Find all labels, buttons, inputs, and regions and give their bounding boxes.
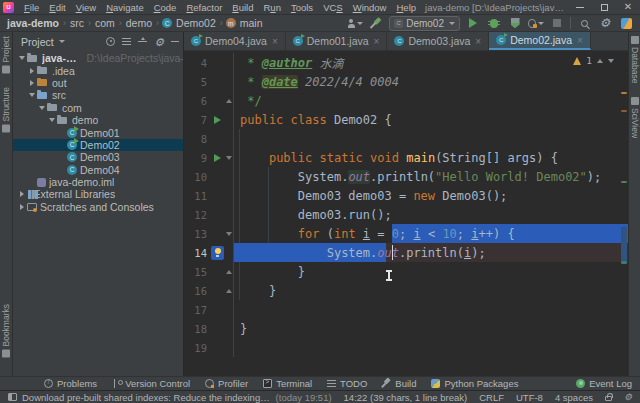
menu-item-edit[interactable]: Edit <box>44 2 70 13</box>
indent-size[interactable]: 4 spaces <box>555 392 593 403</box>
locate-file-icon[interactable] <box>106 37 115 46</box>
breadcrumb-item-demo[interactable]: demo <box>125 17 153 29</box>
run-line-icon[interactable] <box>211 110 224 129</box>
tree-item-scratches-and-consoles[interactable]: Scratches and Consoles <box>13 201 183 213</box>
line-ending[interactable]: CRLF <box>479 392 504 403</box>
tab-demo03-java[interactable]: CDemo03.java× <box>387 32 489 50</box>
toolwindow-python-packages[interactable]: Python Packages <box>431 378 518 389</box>
menu-item-tools[interactable]: Tools <box>286 2 318 13</box>
code-line[interactable]: 14 System.out.println(i); <box>184 243 628 262</box>
tool-stripe-button-bookmarks[interactable]: Bookmarks <box>1 304 11 358</box>
settings-icon[interactable]: ⚙ <box>597 16 613 30</box>
expand-all-icon[interactable] <box>122 37 131 46</box>
breadcrumb-item-com[interactable]: com <box>94 17 116 29</box>
panel-settings-icon[interactable]: ⚙ <box>154 36 164 48</box>
code-editor[interactable]: 4 * @author 水滴5 * @date 2022/4/4 00046 *… <box>184 51 628 376</box>
tool-stripe-button-structure[interactable]: Structure <box>1 87 11 133</box>
chevron-down-icon[interactable] <box>47 118 57 122</box>
tree-item-demo03[interactable]: CDemo03 <box>13 151 183 163</box>
menu-item-run[interactable]: Run <box>258 2 285 13</box>
code-line[interactable]: 10 System.out.println("Hello World! Demo… <box>184 167 628 186</box>
chevron-down-icon[interactable] <box>17 56 27 60</box>
toolwindow-build[interactable]: Build <box>382 378 416 389</box>
plugin-icon[interactable] <box>618 16 634 30</box>
chevron-right-icon[interactable] <box>17 204 27 210</box>
next-warning-icon[interactable] <box>608 59 614 63</box>
maximize-button[interactable] <box>592 0 616 14</box>
tree-item-external-libraries[interactable]: External Libraries <box>13 188 183 200</box>
breadcrumb-item-java-demo[interactable]: java-demo <box>6 17 60 29</box>
breadcrumb-item-demo02[interactable]: Demo02 <box>175 17 217 29</box>
chevron-down-icon[interactable] <box>37 106 47 110</box>
chevron-right-icon[interactable] <box>27 68 37 74</box>
tool-stripe-button-project[interactable]: Project <box>1 36 11 73</box>
tree-item-com[interactable]: com <box>13 102 183 114</box>
menu-item-refactor[interactable]: Refactor <box>181 2 227 13</box>
breadcrumb-item-main[interactable]: main <box>239 17 264 29</box>
file-encoding[interactable]: UTF-8 <box>516 392 543 403</box>
toolwindow-terminal[interactable]: Terminal <box>263 378 312 389</box>
project-view-selector[interactable]: Project <box>21 36 65 48</box>
code-line[interactable]: 18} <box>184 319 628 338</box>
tab-demo01-java[interactable]: CDemo01.java× <box>286 32 388 50</box>
tree-item-demo02[interactable]: CDemo02 <box>13 139 183 151</box>
menu-item-window[interactable]: Window <box>348 2 392 13</box>
prev-warning-icon[interactable] <box>597 59 603 63</box>
inspections-widget[interactable]: 1 <box>573 55 614 66</box>
settings-mini-icon[interactable]: ⚙ <box>624 393 632 402</box>
tab-demo02-java[interactable]: CDemo02.java× <box>489 32 591 50</box>
collapse-all-icon[interactable] <box>138 37 147 46</box>
fold-up-icon[interactable] <box>224 270 233 274</box>
menu-item-build[interactable]: Build <box>227 2 258 13</box>
code-line[interactable]: 8 <box>184 129 628 148</box>
coverage-button[interactable] <box>507 16 523 30</box>
close-tab-icon[interactable]: × <box>577 35 583 46</box>
close-tab-icon[interactable]: × <box>475 36 481 47</box>
code-line[interactable]: 16 } <box>184 281 628 300</box>
lock-icon[interactable] <box>605 396 612 401</box>
status-message[interactable]: Download pre-built shared indexes: Reduc… <box>22 392 271 403</box>
menu-item-code[interactable]: Code <box>149 2 182 13</box>
breadcrumb-item-src[interactable]: src <box>69 17 85 29</box>
code-line[interactable]: 11 Demo03 demo03 = new Demo03(); <box>184 186 628 205</box>
code-line[interactable]: 7public class Demo02 { <box>184 110 628 129</box>
tree-item-out[interactable]: out <box>13 77 183 89</box>
code-line[interactable]: 4 * @author 水滴 <box>184 53 628 72</box>
fold-up-icon[interactable] <box>224 289 233 293</box>
close-tab-icon[interactable]: × <box>374 36 380 47</box>
caret-position[interactable]: 14:22 (39 chars, 1 line break) <box>344 392 468 403</box>
menu-item-view[interactable]: View <box>71 2 101 13</box>
tool-stripe-button-database[interactable]: Database <box>630 36 640 83</box>
tree-item-java-demo[interactable]: java-demo D:\IdeaProjects\java-demo <box>13 52 183 64</box>
minimize-button[interactable] <box>568 0 592 14</box>
hide-panel-icon[interactable] <box>171 41 179 42</box>
code-line[interactable]: 19 <box>184 338 628 357</box>
menu-item-file[interactable]: File <box>19 2 44 13</box>
menu-item-help[interactable]: Help <box>391 2 421 13</box>
toolwindow-event-log[interactable]: Event Log <box>576 378 632 389</box>
stop-button[interactable] <box>549 16 565 30</box>
run-button[interactable] <box>465 16 481 30</box>
toolwindow-profiler[interactable]: Profiler <box>205 378 248 389</box>
toolwindow-problems[interactable]: Problems <box>44 378 97 389</box>
editor-scrollbar[interactable] <box>620 51 628 376</box>
fold-down-icon[interactable] <box>224 232 233 236</box>
close-button[interactable]: ✕ <box>616 0 640 14</box>
profiler-button[interactable] <box>528 16 544 30</box>
build-project-button[interactable] <box>368 16 384 30</box>
tree-item--idea[interactable]: .idea <box>13 64 183 76</box>
run-configuration-select[interactable]: C Demo02 <box>389 16 460 31</box>
chevron-right-icon[interactable] <box>17 191 27 197</box>
code-line[interactable]: 12 demo03.run(); <box>184 205 628 224</box>
code-line[interactable]: 15 } <box>184 262 628 281</box>
tool-stripe-button-sciview[interactable]: SciView <box>630 97 640 138</box>
menu-item-vcs[interactable]: VCS <box>318 2 348 13</box>
fold-up-icon[interactable] <box>224 99 233 103</box>
fold-down-icon[interactable] <box>224 156 233 160</box>
tree-item-demo01[interactable]: CDemo01 <box>13 126 183 138</box>
search-everywhere-icon[interactable] <box>576 16 592 30</box>
chevron-right-icon[interactable] <box>27 80 37 86</box>
tab-demo04-java[interactable]: CDemo04.java× <box>184 32 286 50</box>
chevron-down-icon[interactable] <box>27 93 37 97</box>
code-line[interactable]: 17 <box>184 300 628 319</box>
